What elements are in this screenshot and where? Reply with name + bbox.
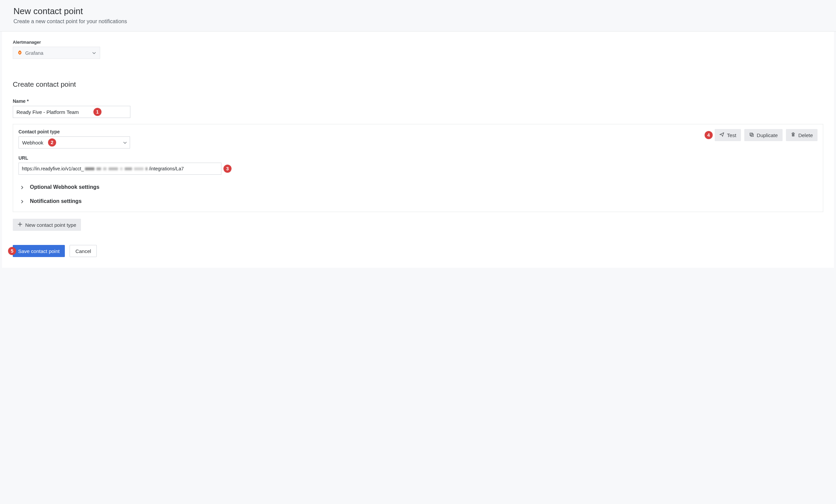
svg-rect-2 — [751, 134, 754, 137]
test-label: Test — [727, 132, 737, 138]
plus-icon — [17, 222, 22, 228]
alertmanager-dropdown[interactable]: Grafana — [13, 47, 100, 59]
test-button[interactable]: Test — [715, 129, 741, 141]
contact-point-box: Contact point type Webhook 2 4 — [13, 124, 823, 212]
svg-rect-1 — [750, 133, 753, 136]
duplicate-button[interactable]: Duplicate — [744, 129, 783, 141]
optional-webhook-settings-label: Optional Webhook settings — [30, 184, 99, 190]
url-input[interactable] — [18, 162, 222, 175]
type-label: Contact point type — [18, 129, 715, 134]
chevron-right-icon — [18, 185, 24, 190]
chevron-down-icon — [123, 140, 127, 146]
dropdown-value-wrap: Grafana — [17, 50, 43, 56]
cancel-button[interactable]: Cancel — [70, 245, 97, 257]
action-buttons: 4 Test Duplicate Del — [715, 129, 818, 141]
page-title: New contact point — [14, 6, 822, 17]
duplicate-label: Duplicate — [757, 132, 778, 138]
delete-button[interactable]: Delete — [786, 129, 818, 141]
page-subtitle: Create a new contact point for your noti… — [14, 18, 822, 24]
delete-label: Delete — [798, 132, 813, 138]
alertmanager-label: Alertmanager — [13, 40, 823, 45]
chevron-right-icon — [18, 198, 24, 204]
type-select[interactable]: Webhook — [18, 136, 130, 149]
grafana-icon — [17, 50, 22, 55]
new-contact-point-type-button[interactable]: New contact point type — [13, 219, 81, 231]
chevron-down-icon — [92, 50, 96, 56]
callout-badge-3: 3 — [224, 164, 231, 173]
url-field-group: URL https://in.readyfive.io/v1/acct_ — [18, 155, 818, 175]
footer-actions: 5 Save contact point Cancel — [13, 245, 823, 257]
trash-icon — [791, 132, 796, 138]
alertmanager-value: Grafana — [25, 50, 43, 56]
page-header: New contact point Create a new contact p… — [0, 0, 836, 32]
copy-icon — [749, 132, 754, 138]
main-panel: Alertmanager Grafana Create contact poin… — [2, 32, 834, 268]
save-label: Save contact point — [18, 248, 59, 254]
optional-webhook-settings-toggle[interactable]: Optional Webhook settings — [18, 184, 818, 190]
type-value: Webhook — [22, 140, 43, 146]
cancel-label: Cancel — [75, 248, 91, 254]
alertmanager-section: Alertmanager Grafana — [13, 40, 823, 59]
url-label: URL — [18, 155, 818, 161]
notification-settings-toggle[interactable]: Notification settings — [18, 198, 818, 204]
section-heading: Create contact point — [13, 80, 823, 89]
name-input[interactable] — [13, 106, 130, 118]
callout-badge-4: 4 — [705, 131, 713, 139]
callout-badge-2: 2 — [48, 138, 56, 147]
name-field-group: Name * 1 — [13, 98, 823, 124]
svg-point-0 — [19, 52, 20, 54]
send-icon — [719, 132, 724, 138]
name-label: Name * — [13, 98, 823, 104]
save-button[interactable]: Save contact point — [13, 245, 65, 257]
callout-badge-5: 5 — [8, 247, 16, 255]
new-type-wrap: New contact point type — [13, 219, 823, 231]
callout-badge-1: 1 — [93, 108, 101, 116]
notification-settings-label: Notification settings — [30, 198, 82, 204]
new-type-label: New contact point type — [25, 222, 76, 228]
